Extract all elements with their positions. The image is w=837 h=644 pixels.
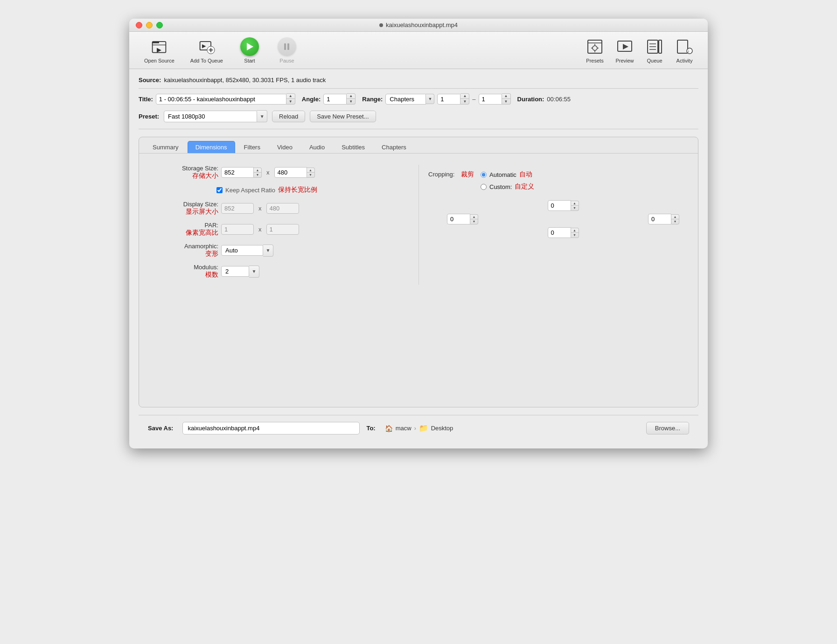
- maximize-button[interactable]: [156, 22, 163, 28]
- angle-stepper[interactable]: 1 ▲ ▼: [323, 93, 356, 105]
- storage-width-stepper[interactable]: ▲ ▼: [254, 168, 262, 178]
- storage-height-input[interactable]: 480 ▲ ▼: [274, 167, 315, 178]
- tab-audio[interactable]: Audio: [301, 141, 333, 153]
- preset-select[interactable]: Fast 1080p30: [164, 111, 257, 122]
- custom-cropping-label: Custom:: [489, 183, 512, 190]
- title-up-arrow[interactable]: ▲: [286, 94, 295, 99]
- range-to-stepper[interactable]: 1 ▲ ▼: [479, 93, 511, 105]
- queue-button[interactable]: Queue: [641, 35, 669, 66]
- crop-left-stepper[interactable]: ▲ ▼: [470, 214, 478, 224]
- storage-size-label: Storage Size:: [182, 165, 218, 172]
- tab-subtitles[interactable]: Subtitles: [334, 141, 373, 153]
- storage-width-input[interactable]: 852 ▲ ▼: [221, 167, 262, 178]
- preset-dropdown-arrow[interactable]: ▼: [257, 110, 267, 122]
- sh-up[interactable]: ▲: [307, 168, 314, 173]
- reload-button[interactable]: Reload: [272, 111, 305, 122]
- ct-down[interactable]: ▼: [571, 206, 579, 210]
- anamorphic-cn: 变形: [205, 250, 218, 257]
- range-group: Range: Chapters Seconds Frames ▼ 1 ▲ ▼: [362, 93, 510, 105]
- title-stepper[interactable]: 1 - 00:06:55 - kaixuelashouxinbappt ▲ ▼: [156, 93, 295, 105]
- cropping-section: Cropping: 裁剪 Automatic 自动: [428, 168, 679, 238]
- pause-button[interactable]: Pause: [271, 35, 303, 66]
- add-to-queue-button[interactable]: ▶ Add To Queue: [185, 35, 229, 66]
- range-type-dropdown[interactable]: Chapters Seconds Frames: [385, 94, 426, 105]
- range-to-down[interactable]: ▼: [502, 99, 510, 104]
- browse-button[interactable]: Browse...: [646, 422, 689, 434]
- anamorphic-arrow[interactable]: ▼: [263, 245, 273, 257]
- anamorphic-dropdown[interactable]: Auto None Loose Custom: [221, 245, 263, 256]
- angle-input[interactable]: 1: [323, 94, 347, 105]
- crop-right-input[interactable]: 0 ▲ ▼: [648, 214, 679, 224]
- crop-right-stepper[interactable]: ▲ ▼: [671, 214, 679, 224]
- cb-up[interactable]: ▲: [571, 228, 579, 233]
- save-new-preset-button[interactable]: Save New Preset...: [310, 111, 376, 122]
- minimize-button[interactable]: [146, 22, 153, 28]
- range-to-input[interactable]: 1: [479, 94, 502, 105]
- angle-down-arrow[interactable]: ▼: [347, 99, 355, 104]
- range-from-up[interactable]: ▲: [460, 94, 469, 99]
- tab-dimensions[interactable]: Dimensions: [188, 141, 235, 153]
- title-input[interactable]: 1 - 00:06:55 - kaixuelashouxinbappt: [156, 94, 286, 105]
- crop-top-stepper[interactable]: ▲ ▼: [571, 201, 579, 211]
- crop-top-input[interactable]: 0 ▲ ▼: [548, 200, 579, 211]
- preview-button[interactable]: Preview: [611, 35, 639, 66]
- tab-chapters[interactable]: Chapters: [374, 141, 414, 153]
- start-button[interactable]: Start: [233, 35, 266, 66]
- storage-height-stepper[interactable]: ▲ ▼: [307, 168, 315, 178]
- sh-down[interactable]: ▼: [307, 173, 314, 177]
- save-as-input[interactable]: kaixuelashouxinbappt.mp4: [182, 422, 360, 434]
- cb-down[interactable]: ▼: [571, 233, 579, 238]
- sw-down[interactable]: ▼: [254, 173, 261, 177]
- custom-cropping-radio[interactable]: [481, 184, 487, 190]
- cr-up[interactable]: ▲: [671, 215, 679, 219]
- anamorphic-select-wrapper[interactable]: Auto None Loose Custom ▼: [221, 245, 273, 257]
- crop-top-field[interactable]: 0: [548, 200, 571, 211]
- storage-height-field[interactable]: 480: [274, 167, 307, 178]
- modulus-select-wrapper[interactable]: 2 4 8 16 ▼: [221, 266, 259, 278]
- range-type-arrow[interactable]: ▼: [426, 94, 434, 104]
- crop-left-field[interactable]: 0: [447, 214, 470, 224]
- title-group: Title: 1 - 00:06:55 - kaixuelashouxinbap…: [139, 93, 295, 105]
- range-from-input[interactable]: 1: [437, 94, 460, 105]
- crop-bottom-field[interactable]: 0: [548, 227, 571, 238]
- angle-up-arrow[interactable]: ▲: [347, 94, 355, 99]
- range-from-arrows[interactable]: ▲ ▼: [460, 93, 469, 105]
- modulus-dropdown[interactable]: 2 4 8 16: [221, 266, 249, 277]
- storage-width-field[interactable]: 852: [221, 167, 254, 178]
- preset-dropdown[interactable]: Fast 1080p30 ▼: [164, 110, 267, 122]
- range-to-up[interactable]: ▲: [502, 94, 510, 99]
- traffic-lights[interactable]: [136, 22, 163, 28]
- range-type-select[interactable]: Chapters Seconds Frames ▼: [385, 94, 434, 105]
- presets-button[interactable]: Presets: [581, 35, 609, 66]
- cl-up[interactable]: ▲: [470, 215, 478, 219]
- source-value: kaixuelashouxinbappt, 852x480, 30.3031 F…: [164, 77, 326, 84]
- ct-up[interactable]: ▲: [571, 201, 579, 206]
- title-down-arrow[interactable]: ▼: [286, 99, 295, 104]
- keep-aspect-ratio-checkbox[interactable]: [216, 187, 223, 193]
- par-label: PAR:: [205, 222, 218, 229]
- tab-summary[interactable]: Summary: [145, 141, 187, 153]
- crop-left-input[interactable]: 0 ▲ ▼: [447, 214, 478, 224]
- activity-button[interactable]: i Activity: [670, 35, 698, 66]
- modulus-arrow[interactable]: ▼: [249, 266, 259, 278]
- tab-filters[interactable]: Filters: [236, 141, 268, 153]
- to-folder: Desktop: [431, 425, 453, 432]
- range-from-stepper[interactable]: 1 ▲ ▼: [437, 93, 469, 105]
- svg-point-24: [687, 48, 692, 54]
- close-button[interactable]: [136, 22, 142, 28]
- range-from-down[interactable]: ▼: [460, 99, 469, 104]
- duration-group: Duration: 00:06:55: [517, 96, 571, 103]
- auto-cropping-radio[interactable]: [481, 172, 487, 178]
- open-source-button[interactable]: ▶ Open Source: [139, 35, 180, 66]
- cl-down[interactable]: ▼: [470, 219, 478, 224]
- svg-rect-1: [153, 42, 159, 43]
- crop-bottom-input[interactable]: 0 ▲ ▼: [548, 227, 579, 238]
- crop-right-field[interactable]: 0: [648, 214, 671, 224]
- cr-down[interactable]: ▼: [671, 219, 679, 224]
- angle-stepper-arrows[interactable]: ▲ ▼: [347, 93, 356, 105]
- sw-up[interactable]: ▲: [254, 168, 261, 173]
- tab-video[interactable]: Video: [269, 141, 300, 153]
- title-stepper-arrows[interactable]: ▲ ▼: [286, 93, 295, 105]
- crop-bottom-stepper[interactable]: ▲ ▼: [571, 228, 579, 238]
- range-to-arrows[interactable]: ▲ ▼: [502, 93, 511, 105]
